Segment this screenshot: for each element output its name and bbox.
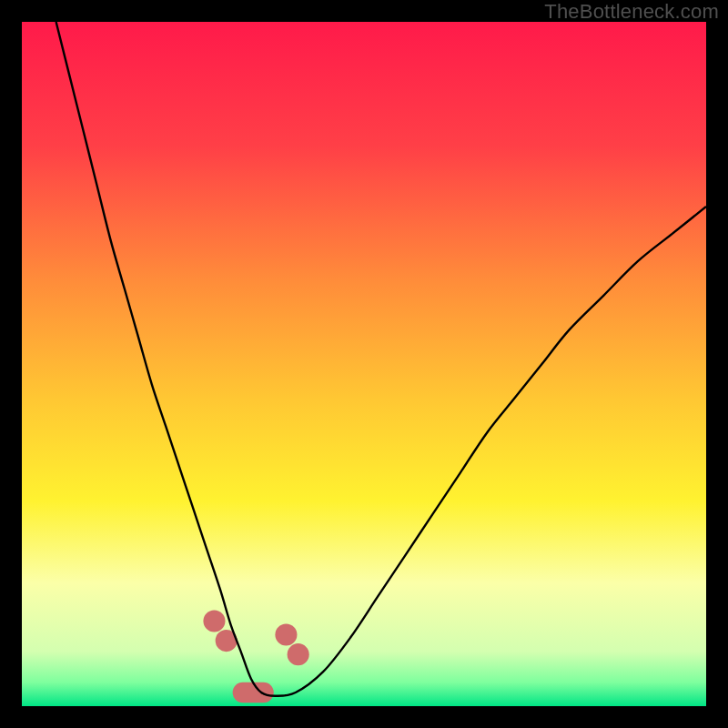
marker-dot [203,610,225,632]
chart-frame: TheBottleneck.com [0,0,728,728]
gradient-background [22,22,706,706]
plot-area [22,22,706,706]
marker-dot [288,643,309,665]
watermark-text: TheBottleneck.com [544,0,719,24]
marker-blob [233,682,274,703]
bottleneck-chart [22,22,706,706]
marker-dot [275,623,297,645]
